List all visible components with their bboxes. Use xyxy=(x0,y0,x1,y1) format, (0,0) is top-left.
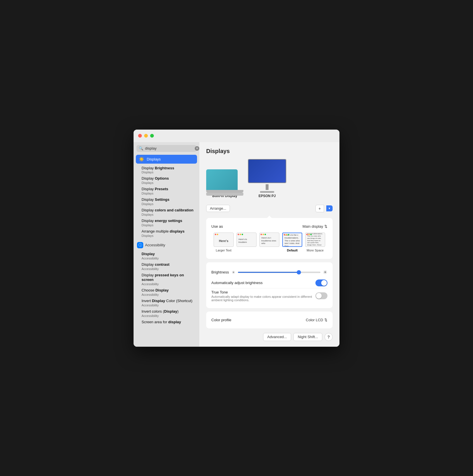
res-text: Here's to t troublema ones who xyxy=(261,234,278,245)
minimize-button[interactable] xyxy=(144,134,148,138)
help-button[interactable]: ? xyxy=(325,333,333,341)
list-item[interactable]: Display energy settings Displays xyxy=(134,217,199,228)
result-title: Display Options xyxy=(142,176,194,181)
list-item[interactable]: Display Brightness Displays xyxy=(134,165,199,175)
list-item[interactable]: Invert Display Color (Shortcut) Accessib… xyxy=(134,298,199,308)
list-item[interactable]: Screen area for display xyxy=(134,319,199,326)
brightness-label: Brightness xyxy=(211,270,229,274)
result-subtitle: Displays xyxy=(142,202,194,206)
result-bold: displays xyxy=(170,229,184,233)
true-tone-toggle[interactable] xyxy=(315,292,327,299)
result-title: Display pressed keys on screen xyxy=(142,273,194,283)
maximize-button[interactable] xyxy=(150,134,154,138)
list-item[interactable]: Invert colors (Display) Accessibility xyxy=(134,308,199,319)
sidebar-item-displays[interactable]: ☀️ Displays xyxy=(136,155,197,164)
list-item[interactable]: Choose Display Accessibility xyxy=(134,287,199,298)
res-text: Here's to troublem xyxy=(238,235,255,244)
dot-yellow xyxy=(240,234,241,235)
list-item[interactable]: Display Presets Displays xyxy=(134,186,199,196)
search-input[interactable] xyxy=(145,146,193,150)
color-profile-label: Color profile xyxy=(211,318,231,322)
result-plain: Display xyxy=(142,273,155,277)
result-plain: Display xyxy=(142,166,155,170)
result-subtitle: Accessibility xyxy=(142,314,194,318)
arrange-button[interactable]: Arrange... xyxy=(206,205,230,212)
result-extra: ) xyxy=(177,309,178,314)
night-shift-button[interactable]: Night Shift... xyxy=(293,333,322,341)
search-bar[interactable]: 🔍 ✕ xyxy=(136,145,196,152)
brightness-high-icon: ☀ xyxy=(323,269,327,275)
list-item[interactable]: Arrange multiple displays Displays xyxy=(134,228,199,239)
dot-red xyxy=(284,234,285,235)
resolution-option-2[interactable]: Here's to troublem xyxy=(236,233,257,252)
result-subtitle: Accessibility xyxy=(142,267,194,271)
res-thumb-default: Here's to the c troublemakers. The o one… xyxy=(282,233,302,247)
main-content: Displays Built-in Display xyxy=(199,142,339,347)
result-extra: Color (Shortcut) xyxy=(165,299,192,303)
result-title: Choose Display xyxy=(142,288,194,293)
brightness-card: Brightness ☀ ☀ Automatically adjust brig… xyxy=(206,262,333,308)
res-thumb-more: Here's to the crazy ones troublemakers. … xyxy=(305,233,325,247)
dot-green xyxy=(288,234,289,235)
brightness-slider[interactable] xyxy=(238,272,321,273)
auto-brightness-toggle[interactable] xyxy=(315,279,327,286)
result-subtitle: Displays xyxy=(142,192,194,195)
result-plain: Display xyxy=(142,176,155,181)
list-item[interactable]: Display colors and calibration Displays xyxy=(134,207,199,217)
clear-search-button[interactable]: ✕ xyxy=(195,146,199,151)
result-title: Invert colors (Display) xyxy=(142,309,194,314)
result-bold: energy settings xyxy=(155,219,182,223)
builtin-display-thumb[interactable]: Built-in Display xyxy=(206,169,243,198)
resolution-option-larger-text[interactable]: Here's Larger Text xyxy=(214,233,234,252)
res-label-default: Default xyxy=(287,249,297,252)
advanced-button[interactable]: Advanced... xyxy=(263,333,291,341)
titlebar xyxy=(134,130,339,142)
result-bold: Presets xyxy=(155,187,168,191)
result-title: Display colors and calibration xyxy=(142,208,194,213)
result-title: Arrange multiple displays xyxy=(142,229,194,234)
res-thumb-dot xyxy=(261,234,266,235)
window: 🔍 ✕ ☀️ Displays Display Brightness Displ… xyxy=(134,130,339,347)
external-display-stand xyxy=(266,184,269,190)
result-subtitle: Accessibility xyxy=(142,257,194,260)
dot-red xyxy=(238,234,239,235)
result-bold: display xyxy=(168,320,181,324)
result-subtitle: Accessibility xyxy=(142,293,194,296)
list-item[interactable]: Display contrast Accessibility xyxy=(134,261,199,272)
list-item[interactable]: Display Accessibility xyxy=(134,251,199,261)
result-subtitle: Displays xyxy=(142,170,194,174)
resolution-option-more-space[interactable]: Here's to the crazy ones troublemakers. … xyxy=(305,233,325,252)
display-dropdown-button[interactable]: ▾ xyxy=(326,205,333,211)
true-tone-content: True Tone Automatically adapt display to… xyxy=(211,290,315,302)
close-button[interactable] xyxy=(138,134,142,138)
result-plain: Display xyxy=(142,187,155,191)
color-profile-stepper-icon: ⇅ xyxy=(324,318,327,322)
result-title: Display Brightness xyxy=(142,166,194,171)
external-display-thumb[interactable]: EPSON PJ xyxy=(248,159,286,198)
res-thumb-dot xyxy=(306,234,312,235)
list-item[interactable]: Display Settings Displays xyxy=(134,196,199,207)
resolution-option-default[interactable]: Here's to the c troublemakers. The o one… xyxy=(282,233,302,252)
displays-results-group: Display Brightness Displays Display Opti… xyxy=(134,165,199,239)
color-profile-select[interactable]: Color LCD ⇅ xyxy=(306,318,327,322)
main-display-select[interactable]: Main display ⇅ xyxy=(303,224,327,229)
result-bold: Display xyxy=(152,299,165,303)
result-plain: Display xyxy=(142,197,155,202)
result-bold: Display xyxy=(164,309,177,314)
res-text: Here's xyxy=(218,235,229,243)
dot-red xyxy=(215,234,216,235)
accessibility-label: Accessibility xyxy=(145,243,165,247)
resolution-option-3[interactable]: Here's to t troublema ones who xyxy=(259,233,279,252)
add-display-button[interactable]: + xyxy=(315,205,324,212)
dot-yellow xyxy=(286,234,287,235)
list-item[interactable]: Display Options Displays xyxy=(134,175,199,186)
resolution-options: Here's Larger Text Here's to troub xyxy=(211,230,327,254)
list-item[interactable]: Display pressed keys on screen Accessibi… xyxy=(134,272,199,287)
result-bold: Display xyxy=(155,288,168,292)
connector-triangle xyxy=(267,216,272,218)
result-subtitle: Displays xyxy=(142,234,194,237)
dot-green xyxy=(265,234,266,235)
result-subtitle: Displays xyxy=(142,213,194,216)
auto-brightness-label: Automatically adjust brightness xyxy=(211,281,263,285)
toggle-thumb xyxy=(321,280,327,286)
